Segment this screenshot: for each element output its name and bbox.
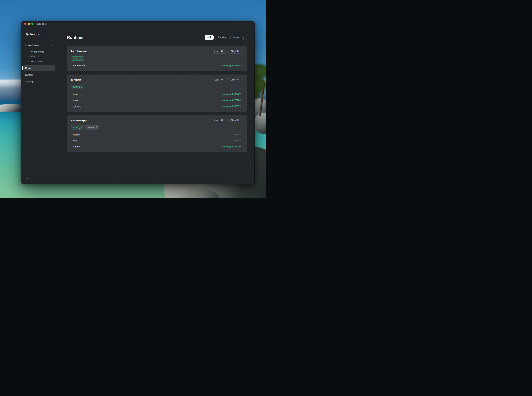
process-row-server[interactable]: server running (pid 78780) xyxy=(71,97,243,103)
sidebar-nav: Runtime System Settings xyxy=(21,65,57,85)
process-status: running (pid 58467) xyxy=(222,93,241,95)
runtime-page: Runtime AllRunningUnhealthy loopboxweb S… xyxy=(57,26,255,184)
process-row-convex[interactable]: convex running (pid 42570) xyxy=(71,144,243,150)
process-status: stopped xyxy=(234,139,241,142)
page-header: Runtime AllRunningUnhealthy xyxy=(67,35,247,40)
stop-all-button[interactable]: Stop All xyxy=(228,118,243,122)
card-header: loopboxweb Start All Stop All xyxy=(71,49,243,53)
filter-all[interactable]: All xyxy=(205,35,214,40)
status-badges: running 3 xyxy=(71,85,243,89)
sidebar-sandbox-item-vereinsapp[interactable]: vereinsapp xyxy=(21,59,57,64)
minimize-window-button[interactable] xyxy=(28,23,30,25)
maximize-window-button[interactable] xyxy=(31,23,34,25)
sandbox-name: skybrid xyxy=(71,78,81,82)
sidebar-item-label: Settings xyxy=(25,80,34,83)
sandbox-name: loopboxweb xyxy=(71,50,88,53)
active-indicator xyxy=(22,66,23,70)
sandbox-name: vereinsapp xyxy=(71,119,87,122)
bullet-icon xyxy=(28,61,29,62)
process-rows: loopbox-web running (pid 85445) xyxy=(71,63,243,69)
status-count-badge: running 3 xyxy=(71,85,84,89)
status-count-badge: running 1 xyxy=(71,56,84,61)
sidebar-item-label: Runtime xyxy=(25,67,34,70)
sandboxes-label: Sandboxes xyxy=(27,44,51,47)
sandbox-card-vereinsapp: vereinsapp Start All Stop All running 1s… xyxy=(67,115,247,152)
window-titlebar[interactable]: Loopbox xyxy=(21,22,255,26)
sidebar-spacer xyxy=(21,85,57,177)
card-header: vereinsapp Start All Stop All xyxy=(71,118,243,122)
process-row-frontend[interactable]: frontend running (pid 58467) xyxy=(71,91,243,97)
process-row-mobile[interactable]: mobile stopped xyxy=(71,132,243,138)
bullet-icon xyxy=(28,56,29,57)
close-window-button[interactable] xyxy=(24,23,26,25)
process-name: loopbox-web xyxy=(73,64,86,67)
process-row-web[interactable]: web stopped xyxy=(71,138,243,144)
sidebar-section-sandboxes[interactable]: ▾ Sandboxes 3 xyxy=(24,43,55,47)
sidebar-sandbox-item-loopboxweb[interactable]: loopboxweb xyxy=(21,49,57,54)
chevron-down-icon: ▾ xyxy=(25,45,26,46)
filter-unhealthy[interactable]: Unhealthy xyxy=(231,35,247,40)
start-all-button[interactable]: Start All xyxy=(211,118,227,122)
card-header: skybrid Start All Stop All xyxy=(71,78,243,82)
status-badges: running 1 xyxy=(71,56,243,61)
stop-all-button[interactable]: Stop All xyxy=(228,78,243,82)
bullet-icon xyxy=(28,52,29,52)
sandbox-item-label: vereinsapp xyxy=(31,60,44,63)
status-badges: running 1stopped 2 xyxy=(71,125,243,129)
process-rows: frontend running (pid 58467) server runn… xyxy=(71,91,243,109)
sidebar-item-system[interactable]: System xyxy=(23,72,55,77)
card-actions: Start All Stop All xyxy=(211,78,243,82)
sandbox-list: loopboxweb skybrid vereinsapp xyxy=(21,49,57,64)
status-count-badge: running 1 xyxy=(71,125,84,129)
stop-all-button[interactable]: Stop All xyxy=(228,49,243,53)
sidebar-item-label: System xyxy=(25,73,34,76)
process-status: running (pid 78780) xyxy=(222,99,241,101)
process-name: frontend xyxy=(73,93,81,95)
loopbox-diamond-logo-icon xyxy=(26,33,29,36)
sidebar: loopbox ▾ Sandboxes 3 loopboxweb skybrid… xyxy=(21,26,57,184)
window-title: Loopbox xyxy=(37,23,47,25)
app-version: v0.1.2 xyxy=(21,177,57,184)
process-name: web xyxy=(73,139,77,142)
sidebar-item-runtime[interactable]: Runtime xyxy=(23,65,55,71)
process-status: running (pid 85445) xyxy=(222,64,241,67)
process-status: stopped xyxy=(234,133,241,136)
sandbox-card-loopboxweb: loopboxweb Start All Stop All running 1 … xyxy=(67,46,247,71)
filter-group: AllRunningUnhealthy xyxy=(205,35,247,40)
process-name: gateway xyxy=(73,105,81,107)
start-all-button[interactable]: Start All xyxy=(211,78,227,82)
sandboxes-count-badge: 3 xyxy=(52,44,53,47)
filter-running[interactable]: Running xyxy=(215,35,229,40)
sandbox-card-skybrid: skybrid Start All Stop All running 3 fro… xyxy=(67,75,247,112)
process-row-gateway[interactable]: gateway running (pid 68979) xyxy=(71,103,243,109)
sidebar-sandbox-item-skybrid[interactable]: skybrid xyxy=(21,54,57,59)
app-logo: loopbox xyxy=(21,26,57,36)
process-status: running (pid 68979) xyxy=(222,105,241,107)
sandbox-cards: loopboxweb Start All Stop All running 1 … xyxy=(67,46,247,152)
process-name: server xyxy=(73,99,79,101)
card-actions: Start All Stop All xyxy=(211,118,243,122)
page-title: Runtime xyxy=(67,35,84,40)
start-all-button[interactable]: Start All xyxy=(211,49,227,53)
app-window: Loopbox loopbox ▾ Sandboxes 3 xyxy=(21,21,255,184)
process-rows: mobile stopped web stopped convex runnin… xyxy=(71,132,243,150)
process-name: mobile xyxy=(73,133,80,136)
card-actions: Start All Stop All xyxy=(211,49,243,53)
status-count-badge: stopped 2 xyxy=(85,125,99,129)
process-name: convex xyxy=(73,145,80,148)
sandbox-item-label: skybrid xyxy=(31,55,40,58)
process-status: running (pid 42570) xyxy=(222,145,241,148)
sidebar-item-settings[interactable]: Settings xyxy=(23,79,55,84)
process-row-loopbox-web[interactable]: loopbox-web running (pid 85445) xyxy=(71,63,243,69)
desktop-background: Loopbox loopbox ▾ Sandboxes 3 xyxy=(0,0,266,198)
sandbox-item-label: loopboxweb xyxy=(31,50,44,53)
logo-text: loopbox xyxy=(30,33,42,36)
